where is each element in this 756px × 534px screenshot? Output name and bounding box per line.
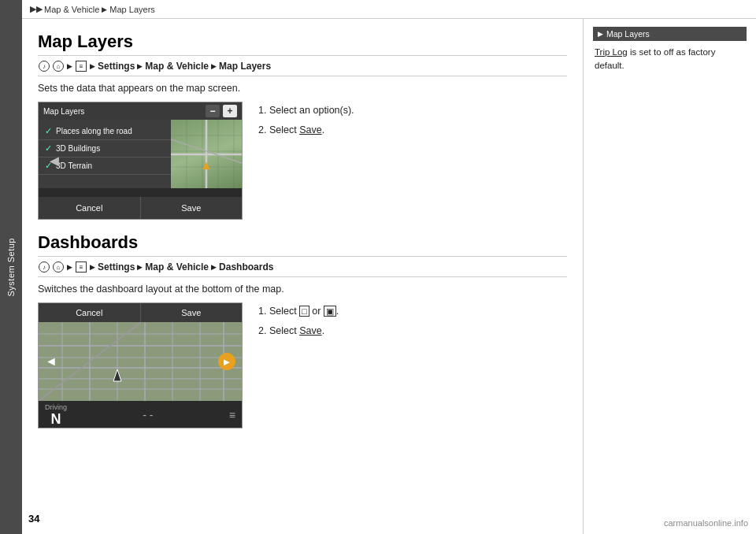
dashboards-nav-path: ♪ ⌂ ▶ ≡ ▶ Settings ▶ Map & Vehicle ▶ Das…	[38, 261, 567, 277]
step2-prefix: 2. Select	[258, 124, 299, 135]
ml-footer: Cancel Save	[39, 197, 242, 219]
db-cancel-btn[interactable]: Cancel	[39, 303, 141, 322]
db-step1: 1. Select □ or ▣.	[258, 302, 339, 321]
db-nav-settings: Settings	[98, 261, 135, 273]
breadcrumb-part1: Map & Vehicle	[44, 5, 99, 14]
nav-arrow4: ▶	[211, 62, 217, 70]
right-panel: ▶ Map Layers Trip Log is set to off as f…	[583, 19, 756, 534]
map-layers-description: Sets the data that appears on the map sc…	[38, 83, 567, 94]
db-nav-dashboards: Dashboards	[219, 261, 273, 273]
nav-arrow2: ▶	[90, 62, 95, 70]
db-step1-mid: or	[309, 306, 324, 317]
db-compass-n: N	[51, 411, 61, 428]
watermark: carmanualsonline.info	[664, 518, 748, 528]
right-section-title-text: Map Layers	[606, 29, 650, 39]
breadcrumb-arrow: ▶	[102, 6, 107, 13]
ml-body: ✓ Places along the road ✓ 3D Buildings ✓…	[39, 120, 242, 188]
map-layers-content: Map Layers − + ✓ Places along the road	[38, 102, 567, 220]
db-step1-prefix: 1. Select	[258, 306, 299, 317]
dashboards-description: Switches the dashboard layout at the bot…	[38, 284, 567, 295]
db-nav-arrow3: ▶	[137, 263, 143, 271]
db-step2-prefix: 2. Select	[258, 325, 299, 336]
ml-item-1[interactable]: ✓ Places along the road	[39, 123, 171, 140]
ml-plus-btn[interactable]: +	[223, 105, 237, 117]
db-menu-icon: ≡	[76, 261, 87, 273]
svg-marker-24	[113, 369, 121, 381]
step2-action: Save	[299, 124, 322, 135]
step2: 2. Select Save.	[258, 121, 354, 139]
nav-arrow1: ▶	[67, 62, 72, 70]
nav-settings: Settings	[98, 61, 135, 72]
right-note-bold: Trip Log	[595, 47, 628, 57]
nav-arrow3: ▶	[137, 62, 143, 70]
page-number: 34	[28, 513, 39, 525]
ml-minus-btn[interactable]: −	[206, 105, 220, 117]
db-mic-icon: ♪	[39, 261, 50, 273]
db-left-arrow-icon: ◄	[45, 354, 57, 369]
db-map-svg	[39, 322, 242, 401]
dashboards-section: Dashboards ♪ ⌂ ▶ ≡ ▶ Settings ▶ Map & Ve…	[38, 232, 567, 428]
breadcrumb: ▶▶ Map & Vehicle ▶ Map Layers	[22, 0, 756, 19]
db-right-arrow-btn[interactable]: ►	[218, 353, 235, 370]
db-nav-arrow1: ▶	[67, 263, 72, 271]
dashboards-content: Cancel Save	[38, 302, 567, 428]
db-step1-suffix: .	[336, 306, 339, 317]
sidebar: System Setup	[0, 0, 22, 534]
db-step2-action: Save	[299, 325, 322, 336]
dashboards-screenshot: Cancel Save	[38, 302, 243, 428]
menu-icon: ≡	[76, 61, 87, 72]
db-step2: 2. Select Save.	[258, 322, 339, 340]
map-layers-nav-path: ♪ ⌂ ▶ ≡ ▶ Settings ▶ Map & Vehicle ▶ Map…	[38, 61, 567, 76]
ml-cancel-btn[interactable]: Cancel	[39, 197, 141, 219]
breadcrumb-part2: Map Layers	[109, 5, 154, 14]
map-layers-steps: 1. Select an option(s). 2. Select Save.	[258, 102, 354, 220]
db-nav-arrow4: ▶	[211, 263, 217, 271]
dashboards-steps: 1. Select □ or ▣. 2. Select Save.	[258, 302, 339, 428]
ml-label-2: 3D Buildings	[56, 144, 100, 153]
ml-map-roads	[171, 120, 242, 188]
db-footer: Driving N - - ≡	[39, 401, 242, 428]
db-header: Cancel Save	[39, 303, 242, 322]
db-dots: - -	[72, 409, 224, 421]
map-layers-screenshot: Map Layers − + ✓ Places along the road	[38, 102, 243, 220]
db-home-icon: ⌂	[53, 261, 64, 273]
ml-check-1: ✓	[45, 126, 52, 136]
db-compass-area: Driving N	[45, 403, 67, 428]
ml-map-preview: ▲	[171, 120, 242, 188]
ml-position-arrow: ▲	[200, 158, 213, 172]
breadcrumb-arrows: ▶▶	[30, 4, 43, 14]
db-nav-arrow2: ▶	[90, 263, 95, 271]
mic-icon: ♪	[39, 61, 50, 72]
ml-save-btn[interactable]: Save	[141, 197, 243, 219]
right-arrow-icon: ▶	[598, 30, 603, 38]
sidebar-label: System Setup	[6, 238, 16, 296]
ml-header: Map Layers − +	[39, 102, 242, 120]
ml-title: Map Layers	[43, 107, 84, 116]
right-note: Trip Log is set to off as factory defaul…	[593, 46, 747, 73]
nav-map-vehicle: Map & Vehicle	[145, 61, 209, 72]
right-section-header: ▶ Map Layers	[593, 27, 747, 41]
db-menu-icon-footer: ≡	[229, 409, 235, 421]
map-layers-title: Map Layers	[38, 32, 567, 56]
db-driving-label: Driving	[45, 403, 67, 411]
map-layers-section: Map Layers ♪ ⌂ ▶ ≡ ▶ Settings ▶ Map & Ve…	[38, 32, 567, 220]
left-column: Map Layers ♪ ⌂ ▶ ≡ ▶ Settings ▶ Map & Ve…	[22, 19, 583, 534]
db-map: ◄ ►	[39, 322, 242, 401]
db-nav-map-vehicle: Map & Vehicle	[145, 261, 209, 273]
ml-label-1: Places along the road	[56, 127, 132, 135]
nav-map-layers: Map Layers	[219, 61, 271, 72]
db-icon2: ▣	[324, 306, 336, 317]
home-icon: ⌂	[53, 61, 64, 72]
main-content: ▶▶ Map & Vehicle ▶ Map Layers Map Layers…	[22, 0, 756, 534]
db-icon1: □	[299, 306, 309, 317]
db-save-btn[interactable]: Save	[141, 303, 243, 322]
step1: 1. Select an option(s).	[258, 102, 354, 120]
dashboards-title: Dashboards	[38, 232, 567, 257]
content-area: Map Layers ♪ ⌂ ▶ ≡ ▶ Settings ▶ Map & Ve…	[22, 19, 756, 534]
ml-controls: − +	[206, 105, 237, 117]
ml-left-arrow: ◄	[46, 152, 62, 170]
